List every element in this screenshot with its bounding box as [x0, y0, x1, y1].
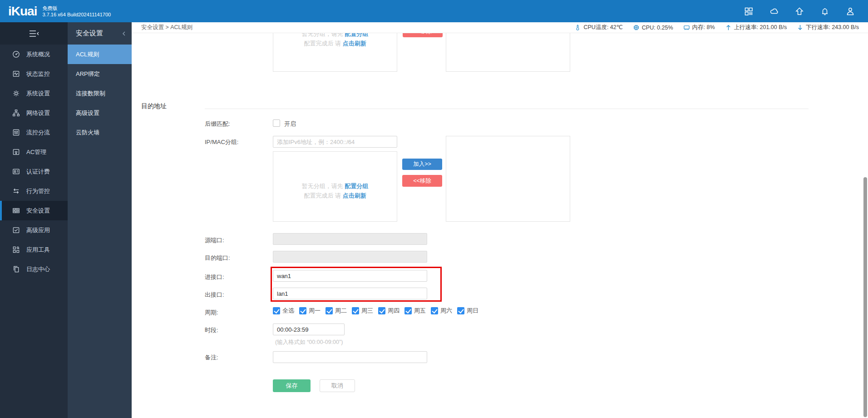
form-content: 暂无分组，请先 配置分组 配置完成后 请 点击刷新 <<移除 目的地址 后缀匹配…: [132, 33, 868, 418]
sidebar-item-network-settings[interactable]: 网络设置: [0, 103, 68, 123]
dest-selected-listbox[interactable]: [446, 136, 570, 222]
checkbox-checked-icon[interactable]: [404, 307, 412, 314]
weekday-option-all[interactable]: 全选: [273, 307, 294, 315]
upgrade-arrow-icon[interactable]: [794, 6, 804, 16]
submenu-item-connection-limit[interactable]: 连接数限制: [68, 84, 132, 103]
stat-upload-rate: 上行速率: 201.00 B/s: [725, 24, 787, 31]
dest-port-label: 目的端口:: [205, 254, 230, 262]
dest-empty-hint: 暂无分组，请先 配置分组: [273, 181, 397, 191]
weekday-option-fri[interactable]: 周五: [404, 307, 426, 315]
weekday-option-thu[interactable]: 周四: [378, 307, 399, 315]
weekday-option-tue[interactable]: 周二: [326, 307, 347, 315]
copy-documents-icon: [12, 265, 20, 274]
submenu-item-cloud-firewall[interactable]: 云防火墙: [68, 123, 132, 142]
submenu-item-acl-rules[interactable]: ACL规则: [68, 45, 132, 64]
wifi-icon: [12, 148, 20, 156]
time-range-input[interactable]: [273, 323, 345, 335]
suffix-match-checkbox-label: 开启: [284, 120, 296, 128]
sidebar-item-ac-management[interactable]: AC管理: [0, 142, 68, 162]
checkbox-checked-icon[interactable]: [431, 307, 438, 314]
sidebar-item-label: 应用工具: [26, 246, 50, 254]
time-range-label: 时段:: [205, 326, 218, 334]
sidebar-item-system-overview[interactable]: 系统概况: [0, 45, 68, 64]
sidebar-item-label: 流控分流: [26, 129, 50, 137]
sidebar-item-label: 安全设置: [26, 207, 50, 215]
week-label: 周期:: [205, 309, 218, 317]
dashboard-icon: [12, 50, 20, 59]
dest-refresh-link[interactable]: 点击刷新: [343, 192, 366, 199]
section-divider: [205, 109, 809, 109]
out-interface-input[interactable]: [273, 288, 427, 299]
network-nodes-icon: [12, 109, 20, 117]
checkbox-checked-icon[interactable]: [326, 307, 333, 314]
dest-config-group-link[interactable]: 配置分组: [345, 183, 368, 189]
breadcrumb: 安全设置 > ACL规则: [141, 24, 193, 31]
source-port-label: 源端口:: [205, 236, 224, 244]
sidebar-collapse-button[interactable]: [0, 22, 68, 45]
user-icon[interactable]: [845, 6, 855, 16]
app-version-block: 免费版 3.7.16 x64 Build202411141700: [42, 5, 111, 18]
sidebar-item-security-settings[interactable]: 安全设置: [0, 201, 68, 220]
source-group-listbox[interactable]: 暂无分组，请先 配置分组 配置完成后 请 点击刷新: [273, 33, 397, 72]
vertical-scrollbar-thumb[interactable]: [863, 177, 867, 417]
source-refresh-link[interactable]: 点击刷新: [343, 40, 366, 47]
sidebar-item-label: 网络设置: [26, 109, 50, 117]
app-edition: 免费版: [42, 5, 111, 11]
sidebar-item-label: 行为管控: [26, 187, 50, 195]
sidebar-item-label: 状态监控: [26, 70, 50, 78]
submenu-item-advanced-settings[interactable]: 高级设置: [68, 103, 132, 123]
sidebar-item-behavior-control[interactable]: 行为管控: [0, 181, 68, 201]
notification-bell-icon[interactable]: [820, 6, 830, 16]
sidebar-item-label: 系统概况: [26, 50, 50, 59]
section-title-destination: 目的地址: [141, 102, 167, 110]
check-document-icon: [12, 226, 20, 234]
weekday-option-wed[interactable]: 周三: [352, 307, 373, 315]
source-config-group-link[interactable]: 配置分组: [345, 33, 368, 37]
source-selected-listbox[interactable]: [446, 33, 570, 72]
weekday-option-mon[interactable]: 周一: [299, 307, 321, 315]
source-port-input[interactable]: [273, 233, 427, 245]
submenu-item-arp-binding[interactable]: ARP绑定: [68, 64, 132, 84]
app-header: iKuai 免费版 3.7.16 x64 Build202411141700: [0, 0, 868, 22]
in-interface-input[interactable]: [273, 270, 427, 282]
source-remove-button[interactable]: <<移除: [403, 33, 443, 37]
monitor-waveform-icon: [12, 70, 20, 78]
cancel-button[interactable]: 取消: [320, 379, 355, 392]
dest-remove-button[interactable]: <<移除: [402, 175, 442, 187]
weekday-option-sun[interactable]: 周日: [457, 307, 478, 315]
sidebar-item-app-tools[interactable]: 应用工具: [0, 240, 68, 259]
sidebar-item-advanced-apps[interactable]: 高级应用: [0, 220, 68, 240]
sidebar-item-flow-control[interactable]: 流控分流: [0, 123, 68, 142]
checkbox-checked-icon[interactable]: [352, 307, 359, 314]
hamburger-icon: [28, 29, 40, 38]
dest-port-input[interactable]: [273, 251, 427, 263]
remark-input[interactable]: [273, 351, 427, 363]
dest-add-button[interactable]: 加入>>: [402, 159, 442, 170]
dest-group-listbox[interactable]: 暂无分组，请先 配置分组 配置完成后 请 点击刷新: [273, 151, 397, 222]
sidebar-item-auth-billing[interactable]: 认证计费: [0, 162, 68, 181]
apps-grid-icon[interactable]: [744, 6, 754, 16]
main-area: 安全设置 > ACL规则 CPU温度: 42℃ CPU: 0.25% 内存: 8…: [132, 22, 868, 418]
suffix-match-checkbox[interactable]: [273, 119, 280, 127]
ipv6-address-input[interactable]: [273, 136, 397, 148]
checkbox-checked-icon[interactable]: [378, 307, 385, 314]
gear-icon: [12, 89, 20, 98]
sidebar-item-status-monitor[interactable]: 状态监控: [0, 64, 68, 84]
weekday-option-sat[interactable]: 周六: [431, 307, 452, 315]
checkbox-checked-icon[interactable]: [273, 307, 280, 314]
sidebar-item-label: 高级应用: [26, 226, 50, 234]
cloud-icon[interactable]: [769, 6, 779, 16]
sidebar-item-system-settings[interactable]: 系统设置: [0, 84, 68, 103]
checkbox-checked-icon[interactable]: [457, 307, 464, 314]
sidebar-item-label: 认证计费: [26, 168, 50, 176]
sidebar-item-label: 系统设置: [26, 90, 50, 98]
save-button[interactable]: 保存: [273, 379, 311, 392]
tools-icon: [12, 245, 20, 254]
sidebar-item-log-center[interactable]: 日志中心: [0, 259, 68, 279]
stat-cpu-usage: CPU: 0.25%: [633, 24, 673, 31]
app-version: 3.7.16 x64 Build202411141700: [42, 11, 111, 18]
checkbox-checked-icon[interactable]: [299, 307, 306, 314]
submenu-title: 安全设置: [76, 29, 103, 38]
system-stats: CPU温度: 42℃ CPU: 0.25% 内存: 8% 上行速率: 201.0…: [574, 24, 859, 31]
submenu-collapse-icon[interactable]: [122, 31, 126, 36]
